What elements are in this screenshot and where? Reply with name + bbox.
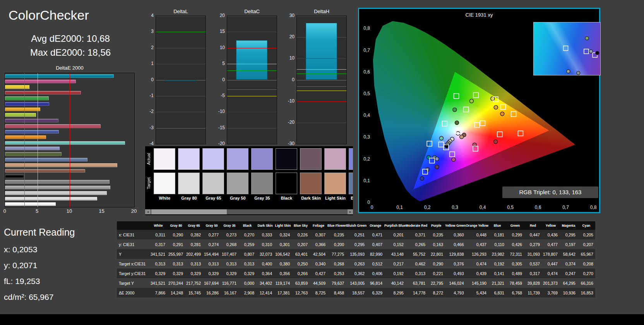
target-swatch-gray-50[interactable]: [227, 173, 248, 194]
cell-ty-gray-50: 0,329: [203, 269, 221, 278]
cell-y-blue-flower: 0,200: [327, 239, 346, 249]
deltaC-y-tick-label: -20: [214, 141, 225, 146]
deltae-bar-green: [5, 96, 49, 100]
current-reading-y: y: 0,2071: [4, 261, 135, 270]
target-swatch-dark-skin[interactable]: [300, 173, 322, 194]
scrollbar-track[interactable]: [151, 209, 348, 214]
column-header-white: White: [149, 221, 167, 230]
cell-tY-gray-35: 116,771: [221, 278, 238, 288]
cell-ty-green: 0,489: [506, 269, 524, 278]
cell-tY-black: 0,000: [238, 278, 256, 288]
cie-x-tick-label: 0,1: [396, 205, 403, 210]
cell-y-gray-65: 0,281: [185, 239, 203, 249]
cie-y-tick-label: 0,1: [360, 178, 370, 183]
deltae-bar-orange: [5, 135, 46, 139]
target-swatch-black[interactable]: [276, 173, 297, 194]
cell-Y-purplish-blue: 43,148: [384, 249, 406, 259]
swatch-column-black: Black: [276, 146, 298, 202]
cell-x-cyan: 0,205: [577, 230, 595, 239]
actual-swatch-white[interactable]: [154, 148, 175, 170]
cell-x-blue-flower: 0,235: [327, 230, 346, 239]
cie-y-tick-label: 0: [360, 200, 370, 205]
cell-ty-gray-80: 0,329: [167, 269, 185, 278]
cell-dE-green: 6,768: [506, 288, 524, 298]
deltae-bar-yellow-green: [5, 113, 36, 116]
cell-Y-yellow-green: 129,838: [445, 249, 466, 259]
cell-ty-gray-35: 0,329: [221, 269, 238, 278]
measured-point-yellow-green: [469, 99, 473, 103]
cie-x-tick-label: 0,8: [590, 205, 597, 210]
column-header-gray-80: Gray 80: [167, 221, 185, 230]
actual-swatch-gray-50[interactable]: [227, 148, 248, 170]
actual-swatch-gray-80[interactable]: [178, 148, 200, 170]
target-swatch-gray-80[interactable]: [178, 173, 200, 194]
measured-point-green: [453, 108, 457, 112]
cell-y-dark-skin: 0,310: [256, 239, 274, 249]
avg-de2000-stat: Avg dE2000: 10,68: [5, 33, 136, 44]
cell-tY-blue-flower: 79,637: [327, 278, 346, 288]
target-swatch-light-skin[interactable]: [324, 173, 346, 194]
deltaH-y-tick-label: -20: [283, 120, 295, 125]
cell-dE-black: 2,908: [238, 288, 256, 298]
delta-h-chart: DeltaH-30-20-100102030: [283, 9, 348, 145]
deltaH-y-tick-label: 20: [283, 34, 295, 39]
inset-measured-point-5: [567, 70, 570, 73]
target-point-green: [454, 94, 459, 99]
cell-ty-white: 0,329: [149, 269, 167, 278]
cell-x-blue-sky: 0,226: [292, 230, 310, 239]
deltaC-y-tick-label: -15: [214, 125, 225, 130]
scrollbar-left-arrow-icon[interactable]: ◄: [145, 209, 151, 214]
gridline: [156, 64, 206, 64]
deltaL-title: DeltaL: [156, 9, 206, 14]
cell-y-orange: 0,407: [367, 239, 384, 249]
target-point-bluish-green: [442, 121, 447, 126]
actual-swatch-gray-65[interactable]: [202, 148, 224, 170]
cell-Y-magenta: 58,642: [560, 249, 577, 259]
swatch-label-gray-80: Gray 80: [178, 194, 200, 202]
actual-swatch-light-skin[interactable]: [324, 148, 346, 170]
actual-swatch-dark-skin[interactable]: [300, 148, 322, 170]
cell-tx-dark-skin: 0,400: [256, 259, 274, 269]
cell-dE-foliage: 8,725: [310, 288, 327, 298]
scrollbar-thumb[interactable]: [151, 209, 227, 214]
cie-y-tick-label: 0,3: [360, 134, 370, 140]
cell-tx-black: 0,313: [238, 259, 256, 269]
cell-Y-bluish-green: 135,093: [346, 249, 367, 259]
cell-Y-gray-50: 154,494: [203, 249, 221, 259]
cell-y-blue-sky: 0,207: [292, 239, 310, 249]
deltaL-y-tick-label: 1: [142, 61, 154, 66]
cell-Y-orange: 82,990: [367, 249, 384, 259]
target-swatch-gray-35[interactable]: [251, 173, 273, 194]
deltaL-reference-line: [156, 32, 206, 32]
cell-tY-red: 39,828: [524, 278, 542, 288]
swatch-scrollbar[interactable]: ◄ ►: [145, 209, 353, 214]
actual-swatch-blue-sky[interactable]: [349, 148, 353, 170]
measurement-data-table: WhiteGray 80Gray 65Gray 50Gray 35BlackDa…: [117, 221, 595, 298]
cie-x-tick-label: 0,7: [562, 205, 569, 210]
cell-y-bluish-green: 0,295: [346, 239, 367, 249]
column-header-green: Green: [506, 221, 524, 230]
target-swatch-gray-65[interactable]: [202, 173, 224, 194]
actual-swatch-black[interactable]: [276, 148, 297, 170]
swatch-label-gray-65: Gray 65: [202, 194, 224, 202]
cell-y-blue: 0,110: [488, 239, 506, 249]
cell-x-red: 0,447: [524, 230, 542, 239]
cell-x-purplish-blue: 0,201: [384, 230, 406, 239]
scrollbar-right-arrow-icon[interactable]: ►: [348, 209, 353, 214]
cell-dE-blue-flower: 8,458: [327, 288, 346, 298]
cell-Y-gray-35: 107,407: [221, 249, 238, 259]
column-header-light-skin: Light Skin: [274, 221, 292, 230]
target-point-foliage: [464, 107, 469, 112]
deltae2000-x-axis: 05101520: [5, 208, 135, 215]
deltaC-reference-line: [227, 48, 277, 48]
deltae-bar-moderate-red: [5, 124, 101, 128]
target-swatch-white[interactable]: [154, 173, 175, 194]
current-reading-x: x: 0,2053: [4, 245, 135, 254]
swatch-label-blue-sky: Blue Sky: [349, 194, 353, 202]
target-swatch-blue-sky[interactable]: [349, 173, 353, 194]
cell-y-gray-35: 0,268: [221, 239, 238, 249]
deltaH-reference-line: [297, 101, 346, 102]
actual-swatch-gray-35[interactable]: [251, 148, 273, 170]
cell-tY-foliage: 44,509: [310, 278, 327, 288]
deltae-bar-gray-80: [5, 197, 97, 200]
